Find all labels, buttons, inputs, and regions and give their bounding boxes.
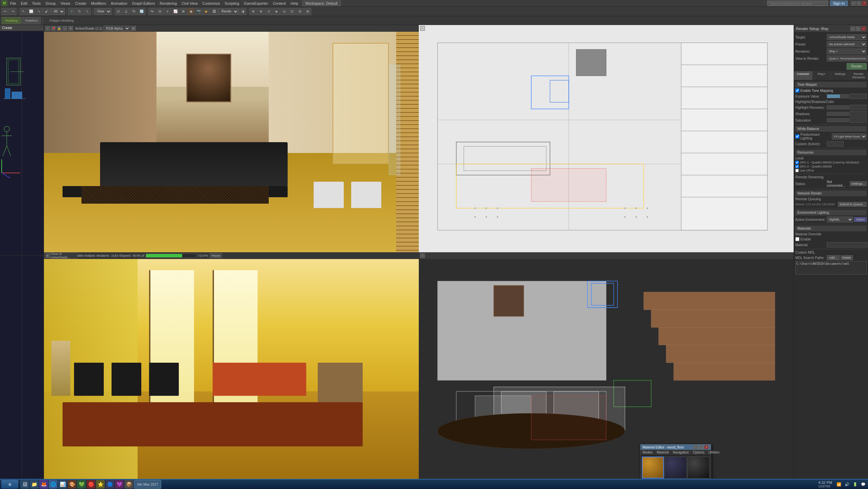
more-tools-4[interactable]: ◈ [273,8,280,15]
predominant-lighting-checkbox[interactable] [795,134,799,138]
viewport-1[interactable]: + 📌 🔒 ─ ✕ ActiveShade (1:1) RGB Alpha ⚙ [44,25,419,252]
me-close[interactable]: ✕ [704,445,709,449]
menu-customize[interactable]: Customize [200,1,222,6]
cpus-checkbox[interactable] [795,169,799,172]
app-icon[interactable]: M [1,0,7,6]
select-move-tool[interactable]: ✛ [68,8,75,15]
menu-civil-view[interactable]: Civil View [179,1,199,6]
gpu1-checkbox[interactable] [795,161,799,164]
rs-tone-mapper-title[interactable]: Tone Mapper [795,82,867,87]
rs-maximize[interactable]: □ [856,26,861,31]
rs-saturation-input[interactable]: 0.0 [850,118,867,123]
rs-kelvin-input[interactable]: 4152 [827,141,844,147]
me-menu-material[interactable]: Material [655,450,670,455]
selection-filter[interactable]: All [51,8,65,15]
taskbar-3dsmax[interactable]: 3ds Max 2017 [134,480,161,489]
start-button[interactable]: ⊞ [1,480,18,489]
select-region-tool[interactable]: ⬜ [27,8,35,15]
menu-rendering[interactable]: Rendering [158,1,179,6]
rs-select-btn[interactable]: Select [854,217,867,222]
rs-exposure-slider-track[interactable] [827,94,849,98]
me-minimize[interactable]: ─ [693,445,698,449]
rs-tab-elements[interactable]: Render Elements [849,71,868,80]
taskbar-icon-6[interactable]: 🎨 [68,480,76,489]
rs-settings-btn[interactable]: Settings... [850,181,867,186]
rs-preset-dropdown[interactable]: No preset selected [827,41,867,47]
align-tool[interactable]: ⊟ [156,8,164,15]
rs-active-env-dropdown[interactable]: NightBL [827,216,853,223]
rotate-tool[interactable]: ↻ [76,8,83,15]
spinner-snap[interactable]: 🔄 [138,8,145,15]
snap-toggle[interactable]: ⊡ [115,8,122,15]
vp2-menu-btn[interactable]: + [420,26,425,31]
taskbar-icon-11[interactable]: 💜 [115,480,124,489]
taskbar-icon-1[interactable]: 🖥 [20,480,29,489]
maximize-button[interactable]: □ [857,1,861,6]
me-slot-3[interactable] [688,457,709,479]
taskbar-icon-12[interactable]: 📦 [124,480,133,489]
rs-network-title[interactable]: Network Render [795,190,867,196]
scale-tool[interactable]: ⤡ [83,8,91,15]
rs-env-title[interactable]: Environment Lighting [795,210,867,215]
mode-btn-2[interactable]: Freeform [22,17,41,24]
rs-white-balance-title[interactable]: White Balance [795,126,867,132]
vp1-channel-dropdown[interactable]: RGB Alpha [103,26,130,31]
rs-saturation-slider-track[interactable] [827,118,849,122]
menu-views[interactable]: Views [58,1,72,6]
menu-create[interactable]: Create [73,1,88,6]
rs-highlight-input[interactable]: 0.0 [850,105,867,110]
undo-icon[interactable]: ↩ [1,8,9,15]
material-editor-icon[interactable]: ◉ [187,8,195,15]
rs-material-input[interactable]: Material [827,242,867,248]
more-tools-7[interactable]: ⊟ [296,8,304,15]
menu-scripting[interactable]: Scripting [223,1,241,6]
rs-tab-common[interactable]: Common [794,71,813,80]
me-maximize[interactable]: □ [699,445,703,449]
taskbar-icon-8[interactable]: 🔴 [87,480,95,489]
rs-minimize[interactable]: ─ [850,26,855,31]
render-button[interactable]: Render [847,63,867,70]
menu-animation[interactable]: Animation [109,1,129,6]
me-menu-modes[interactable]: Modes [641,450,654,455]
rs-viewrender-dropdown[interactable]: Quad 4 - ReverseViewCamera [827,55,868,61]
viewport-2[interactable]: + [419,25,794,252]
menu-graph-editors[interactable]: Graph Editors [130,1,157,6]
render-setup-icon[interactable]: 📷 [195,8,202,15]
material-override-checkbox[interactable] [795,237,799,241]
minimize-button[interactable]: ─ [851,1,856,6]
menu-file[interactable]: File [8,1,18,6]
me-menu-options[interactable]: Options [692,450,706,455]
menu-modifiers[interactable]: Modifiers [89,1,108,6]
me-menu-navigation[interactable]: Navigation [672,450,690,455]
select-tool[interactable]: ↖ [20,8,27,15]
more-tools-6[interactable]: ⊡ [288,8,296,15]
menu-edit[interactable]: Edit [19,1,29,6]
layer-manager[interactable]: ≡ [164,8,171,15]
more-tools-3[interactable]: ⊙ [265,8,272,15]
menu-content[interactable]: Content [271,1,288,6]
rs-shadows-input[interactable]: 0.0 [850,111,867,117]
taskbar-icon-5[interactable]: 📊 [58,480,67,489]
menu-help[interactable]: Help [289,1,300,6]
vp1-lock-btn[interactable]: 🔒 [57,26,62,31]
rs-close[interactable]: ✕ [861,26,866,31]
percent-snap[interactable]: % [130,8,138,15]
rs-delete-btn[interactable]: Delete [841,255,853,260]
vp1-pin-btn[interactable]: 📌 [51,26,56,31]
enable-tone-mapping-checkbox[interactable] [795,88,799,93]
menu-tools[interactable]: Tools [30,1,43,6]
active-shade-icon[interactable]: ◑ [239,8,246,15]
rs-tab-iray[interactable]: iRay+ [813,71,831,80]
rs-tab-settings[interactable]: Settings [831,71,850,80]
vp4-menu-btn[interactable]: + [420,253,425,258]
me-slot-1[interactable] [642,457,664,479]
curve-editor[interactable]: 📈 [172,8,179,15]
vp1-min-btn[interactable]: ─ [63,26,67,31]
rs-predominant-dropdown[interactable]: F5 Light White Fluorescent (415°C [832,133,867,139]
rs-mdl-path-textarea[interactable]: C:\Users\NVIDIA\Documents\mdl [795,261,867,275]
viewport-4[interactable]: + [419,252,794,480]
schematic-view[interactable]: ⊞ [179,8,187,15]
clone-close[interactable]: ✕ [46,253,50,258]
rs-shadows-slider-track[interactable] [827,112,849,116]
taskbar-icon-4[interactable]: 🌐 [49,480,57,489]
